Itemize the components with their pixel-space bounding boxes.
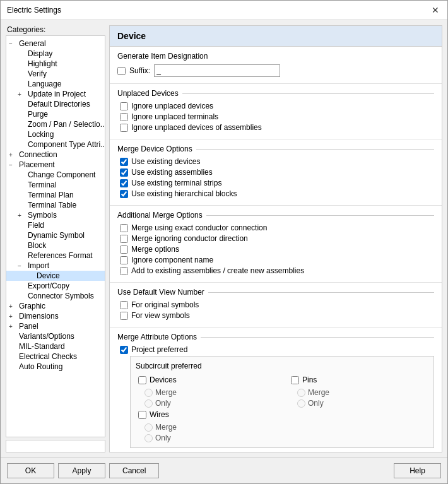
tree-label-export-copy: Export/Copy — [28, 281, 69, 290]
tree-expander-dimensions: + — [9, 313, 18, 320]
tree-item-export-copy[interactable]: Export/Copy — [6, 281, 105, 291]
tree-item-electrical-checks[interactable]: Electrical Checks — [6, 351, 105, 362]
tree-item-auto-routing[interactable]: Auto Routing — [6, 362, 105, 372]
tree-label-update-in-project: Update in Project — [28, 90, 86, 98]
tree-item-variants-options[interactable]: Variants/Options — [6, 331, 105, 341]
tree-item-highlight[interactable]: Highlight — [6, 59, 105, 69]
close-button[interactable]: ✕ — [430, 4, 441, 16]
ignore-unplaced-devices-checkbox[interactable] — [120, 102, 128, 110]
tree-item-connector-symbols[interactable]: Connector Symbols — [6, 291, 105, 301]
devices-only-row: Only — [136, 399, 276, 408]
suffix-checkbox[interactable] — [117, 67, 126, 75]
tree-item-component-type[interactable]: Component Type Attri... — [6, 139, 105, 150]
tree-label-variants-options: Variants/Options — [19, 332, 74, 341]
merge-ignoring-direction-checkbox[interactable] — [120, 235, 128, 243]
cancel-button[interactable]: Cancel — [109, 463, 159, 478]
tree-label-import: Import — [28, 261, 49, 270]
subcircuit-box: Subcircuit preferred Devices Merge — [130, 356, 434, 448]
tree-item-verify[interactable]: Verify — [6, 69, 105, 79]
tree-panel: −GeneralDisplayHighlightVerifyLanguage+U… — [6, 35, 105, 437]
project-preferred-checkbox[interactable] — [120, 346, 128, 354]
merge-attribute-section: Merge Attribute Options Project preferre… — [110, 328, 442, 452]
tree-label-component-type: Component Type Attri... — [28, 140, 105, 149]
merge-attribute-title: Merge Attribute Options — [117, 333, 434, 341]
use-existing-terminal-strips-checkbox[interactable] — [120, 179, 128, 187]
for-original-symbols-checkbox[interactable] — [120, 301, 128, 309]
use-existing-terminal-strips-row: Use existing terminal strips — [117, 179, 434, 187]
tree-label-terminal-plan: Terminal Plan — [28, 191, 74, 199]
ignore-unplaced-devices-row: Ignore unplaced devices — [117, 102, 434, 110]
tree-item-terminal-plan[interactable]: Terminal Plan — [6, 190, 105, 200]
use-existing-assemblies-row: Use existing assemblies — [117, 168, 434, 177]
help-button[interactable]: Help — [394, 463, 441, 478]
suffix-input[interactable] — [154, 64, 280, 77]
add-to-existing-assemblies-checkbox[interactable] — [120, 267, 128, 275]
tree-item-dynamic-symbol[interactable]: Dynamic Symbol — [6, 230, 105, 240]
wires-checkbox[interactable] — [138, 411, 146, 419]
tree-item-device[interactable]: Device — [6, 271, 105, 281]
tree-item-update-in-project[interactable]: +Update in Project — [6, 89, 105, 99]
tree-item-placement[interactable]: −Placement — [6, 160, 105, 170]
tree-label-auto-routing: Auto Routing — [19, 362, 62, 371]
suffix-row: Suffix: — [117, 64, 434, 77]
apply-button[interactable]: Apply — [58, 463, 105, 478]
pins-only-radio[interactable] — [297, 399, 305, 408]
tree-item-references-format[interactable]: References Format — [6, 251, 105, 261]
left-panel-wrapper: Categories: −GeneralDisplayHighlightVeri… — [6, 25, 105, 452]
ignore-component-name-label: Ignore component name — [131, 256, 213, 264]
for-view-symbols-checkbox[interactable] — [120, 312, 128, 320]
devices-checkbox[interactable] — [138, 376, 146, 384]
devices-label: Devices — [150, 375, 177, 384]
use-existing-devices-checkbox[interactable] — [120, 158, 128, 166]
tree-item-import[interactable]: −Import — [6, 261, 105, 271]
add-to-existing-assemblies-label: Add to existing assemblies / create new … — [131, 266, 304, 275]
tree-item-block[interactable]: Block — [6, 240, 105, 251]
wires-merge-label: Merge — [155, 423, 177, 432]
tree-label-zoom-pan: Zoom / Pan / Selectio... — [28, 120, 105, 129]
tree-item-purge[interactable]: Purge — [6, 109, 105, 119]
tree-item-graphic[interactable]: +Graphic — [6, 301, 105, 311]
tree-item-terminal[interactable]: Terminal — [6, 180, 105, 190]
tree-item-display[interactable]: Display — [6, 49, 105, 59]
merge-options-checkbox[interactable] — [120, 245, 128, 254]
ignore-unplaced-assemblies-checkbox[interactable] — [120, 124, 128, 132]
tree-item-mil-standard[interactable]: MIL-Standard — [6, 341, 105, 351]
tree-item-symbols[interactable]: +Symbols — [6, 210, 105, 220]
tree-item-terminal-table[interactable]: Terminal Table — [6, 200, 105, 210]
tree-item-language[interactable]: Language — [6, 79, 105, 89]
pins-merge-radio[interactable] — [297, 389, 305, 397]
tree-label-field: Field — [28, 221, 44, 230]
tree-item-default-directories[interactable]: Default Directories — [6, 99, 105, 109]
ignore-component-name-checkbox[interactable] — [120, 256, 128, 264]
use-existing-hierarchical-checkbox[interactable] — [120, 190, 128, 198]
use-existing-assemblies-checkbox[interactable] — [120, 168, 128, 177]
tree-item-field[interactable]: Field — [6, 220, 105, 230]
merge-exact-conductor-checkbox[interactable] — [120, 224, 128, 232]
wires-merge-radio[interactable] — [144, 423, 153, 432]
tree-item-locking[interactable]: Locking — [6, 129, 105, 139]
use-default-view-title: Use Default View Number — [117, 288, 434, 297]
wires-only-radio[interactable] — [144, 434, 153, 442]
ok-button[interactable]: OK — [7, 463, 54, 478]
tree-item-panel[interactable]: +Panel — [6, 321, 105, 331]
tree-item-general[interactable]: −General — [6, 38, 105, 49]
devices-merge-radio[interactable] — [144, 389, 153, 397]
pins-only-row: Only — [288, 399, 428, 408]
devices-only-label: Only — [155, 399, 171, 408]
tree-item-change-component[interactable]: Change Component — [6, 170, 105, 180]
right-panel-header: Device — [110, 26, 442, 47]
devices-merge-row: Merge — [136, 388, 276, 397]
categories-label: Categories: — [6, 25, 105, 34]
devices-only-radio[interactable] — [144, 399, 153, 408]
unplaced-devices-title: Unplaced Devices — [117, 89, 434, 98]
tree-label-terminal: Terminal — [28, 180, 56, 189]
dialog-title: Electric Settings — [7, 6, 61, 15]
wires-only-row: Only — [136, 434, 276, 442]
tree-label-block: Block — [28, 241, 46, 250]
tree-item-connection[interactable]: +Connection — [6, 150, 105, 160]
tree-item-zoom-pan[interactable]: Zoom / Pan / Selectio... — [6, 119, 105, 129]
tree-item-dimensions[interactable]: +Dimensions — [6, 311, 105, 321]
tree-label-terminal-table: Terminal Table — [28, 201, 76, 210]
ignore-unplaced-terminals-checkbox[interactable] — [120, 113, 128, 121]
pins-checkbox[interactable] — [291, 376, 299, 384]
